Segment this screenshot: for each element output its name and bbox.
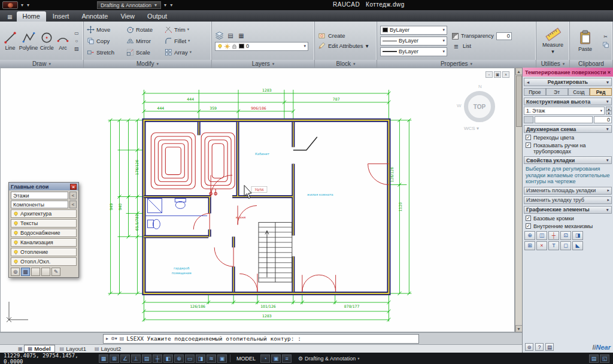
panel-label-utilities[interactable]: Utilities▾ bbox=[536, 60, 569, 68]
layer-dropdown[interactable]: 0 ▾ bbox=[215, 42, 308, 51]
status-corner-icon[interactable]: ▤ bbox=[589, 354, 599, 363]
close-viewport-icon[interactable]: × bbox=[502, 71, 509, 78]
arc-button[interactable]: Arc bbox=[56, 31, 70, 51]
status-corner-icon[interactable]: ◱ bbox=[600, 354, 609, 363]
edit-attributes-button[interactable]: Edit Attributes▾ bbox=[318, 42, 368, 50]
view-cube-face[interactable]: TOP bbox=[464, 91, 495, 122]
quick-access-undo-icon[interactable]: ▾ bbox=[20, 1, 24, 9]
panel-label-clipboard[interactable]: Clipboard bbox=[570, 60, 612, 68]
hatch-icon[interactable]: ▨ bbox=[73, 46, 80, 52]
palette-blank-icon[interactable] bbox=[31, 268, 40, 276]
quick-access-redo-icon[interactable]: ▾ bbox=[26, 1, 30, 9]
layer-row-heating[interactable]: Отопление bbox=[11, 248, 77, 256]
layer-row-sewage[interactable]: Канализация bbox=[11, 238, 77, 247]
tab-edit[interactable]: Ред bbox=[590, 88, 612, 96]
close-icon[interactable]: × bbox=[70, 184, 77, 190]
status-toggle-icon[interactable]: ∠ bbox=[120, 354, 130, 363]
color-transitions-option[interactable]: ✓Переходы цвета bbox=[526, 135, 610, 141]
inner-mechanisms-option[interactable]: ✓Внутренние механизмы bbox=[526, 223, 610, 229]
status-tool-icon[interactable]: ▣ bbox=[271, 354, 281, 363]
polyline-button[interactable]: Polyline bbox=[19, 31, 38, 51]
panel-footer-icon[interactable]: ⊚ bbox=[525, 343, 533, 351]
graphics-tool-icon[interactable]: × bbox=[536, 241, 547, 250]
mirror-button[interactable]: Mirror bbox=[126, 37, 165, 45]
graphics-tool-icon[interactable]: ┼ bbox=[548, 231, 559, 240]
list-button[interactable]: ≣ List bbox=[452, 43, 512, 50]
status-toggle-icon[interactable]: ⊥ bbox=[131, 354, 141, 363]
model-space-button[interactable]: MODEL bbox=[233, 356, 259, 362]
back-arrow-icon[interactable]: ◄ bbox=[524, 80, 532, 84]
components-dropdown[interactable]: Компоненты bbox=[11, 201, 68, 208]
tab-output[interactable]: Output bbox=[141, 11, 173, 22]
scrollbar-thumb[interactable] bbox=[516, 75, 522, 127]
checkbox-checked-icon[interactable]: ✓ bbox=[526, 135, 531, 140]
tab-model[interactable]: ▤Model bbox=[24, 345, 55, 353]
height-tool-icon[interactable] bbox=[524, 116, 533, 123]
move-button[interactable]: Move bbox=[87, 26, 126, 34]
layer-match-icon[interactable]: ▦ bbox=[237, 32, 245, 39]
tab-layout2[interactable]: ▤Layout2 bbox=[91, 345, 125, 353]
tab-floor[interactable]: Эт bbox=[546, 88, 568, 96]
layer-properties-icon[interactable] bbox=[215, 31, 224, 40]
status-toggle-icon[interactable]: ▣ bbox=[217, 354, 227, 363]
transparency-input[interactable]: 0 bbox=[496, 32, 512, 40]
status-toggle-icon[interactable]: ⊞ bbox=[110, 354, 119, 363]
floor-select[interactable]: 1. Этаж▾ bbox=[524, 107, 605, 115]
checkbox-checked-icon[interactable]: ✓ bbox=[526, 142, 531, 148]
edit-laying-area-button[interactable]: Изменить площадь укладки▸ bbox=[524, 187, 612, 195]
tab-home[interactable]: Home bbox=[17, 11, 46, 22]
ellipse-icon[interactable]: ○ bbox=[73, 38, 80, 44]
layer-row-water[interactable]: Водоснабжение bbox=[11, 229, 77, 237]
panel-label-modify[interactable]: Modify▾ bbox=[84, 60, 211, 68]
stretch-button[interactable]: Stretch bbox=[87, 48, 126, 56]
minimize-viewport-icon[interactable]: ▫ bbox=[485, 71, 493, 78]
tab-view[interactable]: View bbox=[114, 11, 141, 22]
layer-row-hvac[interactable]: Отопл./Охл. bbox=[11, 257, 77, 266]
status-toggle-icon[interactable]: ◧ bbox=[163, 354, 173, 363]
status-tool-icon[interactable]: ≡ bbox=[282, 354, 292, 363]
view-cube[interactable]: TOP W N bbox=[458, 84, 500, 126]
create-block-button[interactable]: Create bbox=[318, 32, 368, 40]
palette-pattern-icon[interactable]: ▩ bbox=[21, 268, 30, 276]
layout-grid-icon[interactable]: ▦ bbox=[18, 346, 23, 351]
toolbar-overflow-icon2[interactable]: ▾ bbox=[169, 1, 173, 9]
panel-label-draw[interactable]: Draw▾ bbox=[0, 60, 83, 68]
workspace-switcher[interactable]: Drafting & Annotation ▾ bbox=[97, 1, 161, 9]
graphics-tool-icon[interactable]: ⊕ bbox=[524, 231, 535, 240]
panel-label-layers[interactable]: Layers▾ bbox=[212, 60, 314, 68]
spin-down-icon[interactable]: ▼ bbox=[606, 111, 612, 115]
panel-footer-icon[interactable]: ▤ bbox=[545, 343, 554, 351]
panel-label-block[interactable]: Block▾ bbox=[315, 60, 377, 68]
graphics-tool-icon[interactable]: ◫ bbox=[536, 231, 547, 240]
base-edges-option[interactable]: ✓Базовые кромки bbox=[526, 216, 610, 222]
cut-icon[interactable]: ✂ bbox=[602, 34, 609, 40]
rectangle-icon[interactable]: ▭ bbox=[73, 30, 80, 37]
spin-up-icon[interactable]: ▲ bbox=[606, 107, 612, 111]
tab-project[interactable]: Прое bbox=[524, 88, 546, 96]
graphics-tool-icon[interactable]: ◨ bbox=[572, 231, 583, 240]
command-search-icon[interactable]: ⊚▾ bbox=[111, 336, 117, 341]
toolbar-overflow-icon[interactable]: ▾ bbox=[163, 1, 167, 9]
status-tool-icon[interactable]: ◔ bbox=[260, 354, 270, 363]
compass-north-label[interactable]: N bbox=[478, 84, 482, 89]
laying-props-header[interactable]: Свойства укладки▼ bbox=[524, 156, 612, 164]
status-toggle-icon[interactable]: ▤ bbox=[142, 354, 151, 363]
close-icon[interactable]: × bbox=[608, 69, 611, 75]
checkbox-checked-icon[interactable]: ✓ bbox=[526, 223, 531, 229]
vertical-scrollbar[interactable]: ▲ ▼ bbox=[515, 68, 522, 332]
lineweight-dropdown[interactable]: ByLayer▾ bbox=[380, 47, 447, 56]
scroll-up-icon[interactable]: ▲ bbox=[515, 68, 523, 75]
command-input[interactable]: ▸ ⊚▾ ▤ LSEXX Укажите подсоединяемый отоп… bbox=[103, 334, 419, 344]
status-toggle-icon[interactable]: ◨ bbox=[196, 354, 205, 363]
ribbon-grid-icon[interactable]: ▦ bbox=[4, 14, 16, 22]
wcs-selector[interactable]: WCS ▾ bbox=[464, 126, 479, 131]
palette-globe-icon[interactable]: ⊚ bbox=[11, 268, 20, 276]
circle-button[interactable]: Circle bbox=[40, 31, 54, 51]
command-prompt-icon[interactable]: ▸ bbox=[106, 336, 108, 341]
status-toggle-icon[interactable]: ⊕ bbox=[174, 354, 184, 363]
panel-footer-icon[interactable]: ? bbox=[535, 343, 544, 351]
edit-pipe-laying-button[interactable]: Изменить укладку труб▸ bbox=[524, 196, 612, 204]
fillet-button[interactable]: Fillet▾ bbox=[165, 37, 208, 45]
graphics-tool-icon[interactable]: ◣ bbox=[572, 241, 583, 250]
compass-west-label[interactable]: W bbox=[457, 103, 462, 108]
